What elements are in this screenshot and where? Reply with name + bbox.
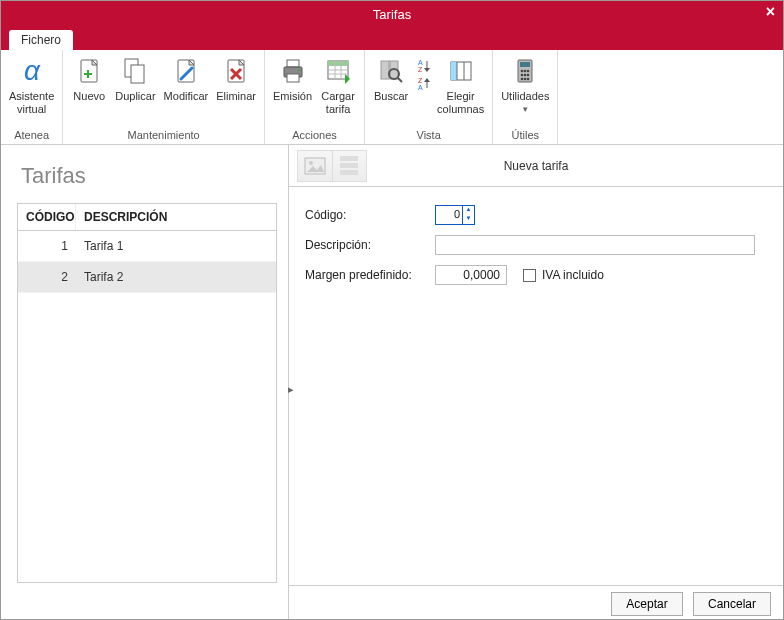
form-header: Nueva tarifa <box>289 145 783 187</box>
edit-doc-icon <box>169 54 203 88</box>
spin-up-icon[interactable]: ▲ <box>463 206 474 215</box>
tabstrip: Fichero <box>1 28 783 50</box>
svg-rect-19 <box>328 61 348 66</box>
table-row[interactable]: 1Tarifa 1 <box>18 231 276 262</box>
cancelar-button[interactable]: Cancelar <box>693 592 771 616</box>
spin-down-icon[interactable]: ▼ <box>463 215 474 224</box>
ribbon-group-label: Atenea <box>5 127 58 144</box>
table-row[interactable]: 2Tarifa 2 <box>18 262 276 293</box>
emision-button[interactable]: Emisión <box>269 52 316 105</box>
tarifas-grid: CÓDIGO DESCRIPCIÓN 1Tarifa 12Tarifa 2 <box>17 203 277 583</box>
col-header-codigo[interactable]: CÓDIGO <box>18 204 76 230</box>
ribbon-label: Eliminar <box>216 90 256 103</box>
page-title: Tarifas <box>21 163 288 189</box>
sort-desc-icon: ZA <box>415 76 431 92</box>
elegir-columnas-button[interactable]: Elegir columnas <box>433 52 488 117</box>
ribbon-group-acciones: Emisión Cargar tarifa Acciones <box>265 50 365 144</box>
svg-point-45 <box>527 70 530 73</box>
ribbon-group-label: Mantenimiento <box>67 127 260 144</box>
svg-point-48 <box>527 74 530 77</box>
svg-text:A: A <box>418 59 423 66</box>
svg-point-46 <box>521 74 524 77</box>
eliminar-button[interactable]: Eliminar <box>212 52 260 105</box>
ribbon-group-label: Acciones <box>269 127 360 144</box>
nuevo-button[interactable]: Nuevo <box>67 52 111 105</box>
codigo-input[interactable]: 0 ▲▼ <box>435 205 475 225</box>
close-icon[interactable]: × <box>766 3 775 21</box>
form-row-codigo: Código: 0 ▲▼ <box>305 205 767 225</box>
col-header-descripcion[interactable]: DESCRIPCIÓN <box>76 204 276 230</box>
cell-codigo: 2 <box>18 262 76 292</box>
ribbon-group-mantenimiento: Nuevo Duplicar Modificar Eliminar <box>63 50 265 144</box>
buscar-button[interactable]: Buscar <box>369 52 413 105</box>
cell-descripcion: Tarifa 1 <box>76 231 276 261</box>
ribbon-group-label: Útiles <box>497 127 553 144</box>
left-pane: Tarifas CÓDIGO DESCRIPCIÓN 1Tarifa 12Tar… <box>1 145 289 620</box>
calculator-icon <box>508 54 542 88</box>
spinner[interactable]: ▲▼ <box>462 206 474 224</box>
load-table-icon <box>321 54 355 88</box>
ribbon-label: Utilidades <box>501 90 549 103</box>
splitter-handle[interactable]: ▸ <box>288 383 294 396</box>
ribbon-label: Cargar tarifa <box>321 90 355 115</box>
sort-asc-icon: AZ <box>415 58 431 74</box>
delete-doc-icon <box>219 54 253 88</box>
form-row-margen: Margen predefinido: 0,0000 IVA incluido <box>305 265 767 285</box>
svg-point-51 <box>527 78 530 81</box>
svg-text:α: α <box>24 56 41 86</box>
svg-rect-38 <box>451 62 457 80</box>
cargar-tarifa-button[interactable]: Cargar tarifa <box>316 52 360 117</box>
alpha-icon: α <box>15 54 49 88</box>
label-margen: Margen predefinido: <box>305 268 435 282</box>
ribbon-group-label: Vista <box>369 127 488 144</box>
aceptar-button[interactable]: Aceptar <box>611 592 683 616</box>
columns-icon <box>444 54 478 88</box>
label-codigo: Código: <box>305 208 435 222</box>
descripcion-input[interactable] <box>435 235 755 255</box>
tab-fichero[interactable]: Fichero <box>9 30 73 50</box>
footer: Aceptar Cancelar <box>289 585 783 620</box>
form-body: Código: 0 ▲▼ Descripción: Margen predefi… <box>289 187 783 313</box>
grid-header: CÓDIGO DESCRIPCIÓN <box>18 204 276 231</box>
svg-point-44 <box>524 70 527 73</box>
cell-codigo: 1 <box>18 231 76 261</box>
right-pane: Nueva tarifa Código: 0 ▲▼ Descripción: M… <box>289 145 783 620</box>
svg-text:A: A <box>418 84 423 91</box>
svg-text:Z: Z <box>418 77 423 84</box>
ribbon-group-vista: Buscar AZ ZA Elegir columnas Vista <box>365 50 493 144</box>
utilidades-button[interactable]: Utilidades ▼ <box>497 52 553 116</box>
svg-point-50 <box>524 78 527 81</box>
content: Tarifas CÓDIGO DESCRIPCIÓN 1Tarifa 12Tar… <box>1 145 783 620</box>
svg-text:Z: Z <box>418 66 423 73</box>
svg-rect-14 <box>287 60 299 67</box>
form-title: Nueva tarifa <box>289 159 783 173</box>
ribbon-label: Emisión <box>273 90 312 103</box>
svg-rect-42 <box>520 62 530 67</box>
form-row-descripcion: Descripción: <box>305 235 767 255</box>
cell-descripcion: Tarifa 2 <box>76 262 276 292</box>
svg-rect-16 <box>287 74 299 82</box>
ribbon-label: Asistente virtual <box>9 90 54 115</box>
titlebar: Tarifas × <box>1 1 783 28</box>
print-icon <box>276 54 310 88</box>
sort-az-button[interactable]: AZ ZA <box>413 52 433 100</box>
iva-checkbox[interactable] <box>523 269 536 282</box>
svg-rect-6 <box>131 65 144 83</box>
ribbon-label: Duplicar <box>115 90 155 103</box>
window-title: Tarifas <box>373 7 411 22</box>
new-doc-icon <box>72 54 106 88</box>
margen-input[interactable]: 0,0000 <box>435 265 507 285</box>
svg-marker-32 <box>424 68 430 72</box>
label-iva: IVA incluido <box>542 268 604 282</box>
svg-point-17 <box>298 69 300 71</box>
duplicate-icon <box>118 54 152 88</box>
ribbon: α Asistente virtual Atenea Nuevo Duplica… <box>1 50 783 145</box>
duplicar-button[interactable]: Duplicar <box>111 52 159 105</box>
modificar-button[interactable]: Modificar <box>160 52 213 105</box>
asistente-virtual-button[interactable]: α Asistente virtual <box>5 52 58 117</box>
ribbon-group-utiles: Utilidades ▼ Útiles <box>493 50 558 144</box>
svg-point-49 <box>521 78 524 81</box>
ribbon-label: Modificar <box>164 90 209 103</box>
ribbon-label: Elegir columnas <box>437 90 484 115</box>
ribbon-label: Buscar <box>374 90 408 103</box>
